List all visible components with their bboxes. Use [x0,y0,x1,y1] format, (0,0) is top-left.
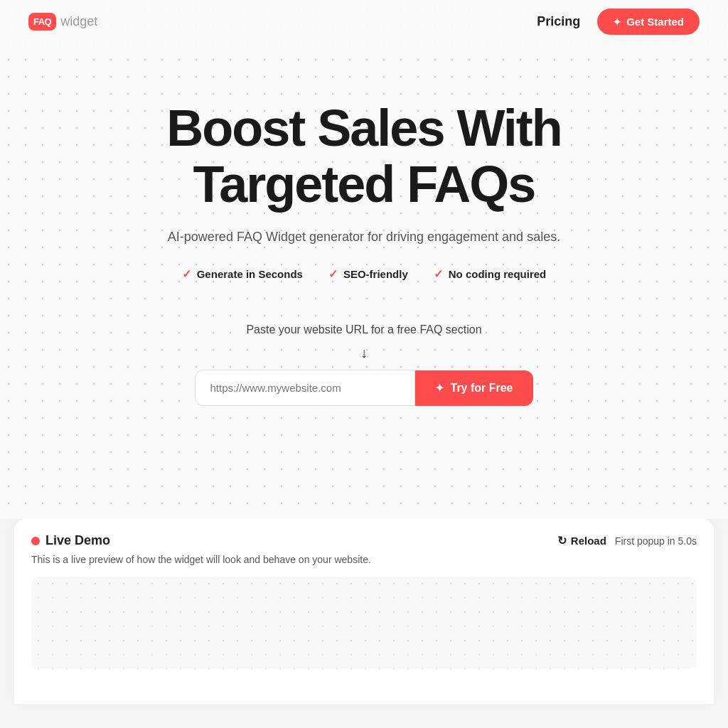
live-demo-section: Live Demo ↻ Reload First popup in 5.0s T… [14,519,714,704]
try-free-label: Try for Free [450,382,513,395]
live-demo-title-text: Live Demo [46,533,110,548]
demo-preview-box [31,577,697,669]
feature-seo: ✓ SEO-friendly [328,267,408,281]
logo-faq-icon: FAQ [28,13,56,31]
feature-no-coding: ✓ No coding required [434,267,547,281]
url-instruction: Paste your website URL for a free FAQ se… [246,323,481,336]
check-icon-3: ✓ [434,267,443,281]
check-icon-2: ✓ [328,267,338,281]
pricing-link[interactable]: Pricing [537,14,580,29]
get-started-sparkle-icon: ✦ [613,16,621,28]
check-icon-1: ✓ [182,267,191,281]
navbar: FAQ widget Pricing ✦ Get Started [0,0,728,43]
popup-timer: First popup in 5.0s [615,535,697,547]
feature-no-coding-label: No coding required [449,268,547,280]
url-input-row: ✦ Try for Free [195,370,532,406]
get-started-button[interactable]: ✦ Get Started [597,9,700,35]
url-input[interactable] [195,370,415,406]
logo-widget-text: widget [60,14,97,29]
live-demo-title: Live Demo [31,533,110,548]
logo: FAQ widget [28,13,97,31]
url-section: Paste your website URL for a free FAQ se… [195,323,532,406]
hero-section: FAQ widget Pricing ✦ Get Started Boost S… [0,0,728,519]
hero-content: Boost Sales With Targeted FAQs AI-powere… [0,43,728,449]
features-row: ✓ Generate in Seconds ✓ SEO-friendly ✓ N… [182,267,547,281]
down-arrow-icon: ↓ [360,345,368,361]
hero-subtitle: AI-powered FAQ Widget generator for driv… [168,230,560,245]
live-dot-icon [31,537,40,545]
hero-title: Boost Sales With Targeted FAQs [166,100,561,213]
try-free-sparkle-icon: ✦ [435,382,444,395]
live-demo-header: Live Demo ↻ Reload First popup in 5.0s [31,533,697,548]
reload-button[interactable]: ↻ Reload [557,534,606,547]
feature-generate-label: Generate in Seconds [197,268,303,280]
reload-label: Reload [571,535,606,547]
live-demo-controls: ↻ Reload First popup in 5.0s [557,534,697,547]
try-free-button[interactable]: ✦ Try for Free [415,370,532,406]
get-started-label: Get Started [626,16,684,28]
nav-right: Pricing ✦ Get Started [537,9,700,35]
live-demo-description: This is a live preview of how the widget… [31,554,697,565]
feature-seo-label: SEO-friendly [343,268,408,280]
reload-icon: ↻ [557,534,567,547]
feature-generate: ✓ Generate in Seconds [182,267,303,281]
